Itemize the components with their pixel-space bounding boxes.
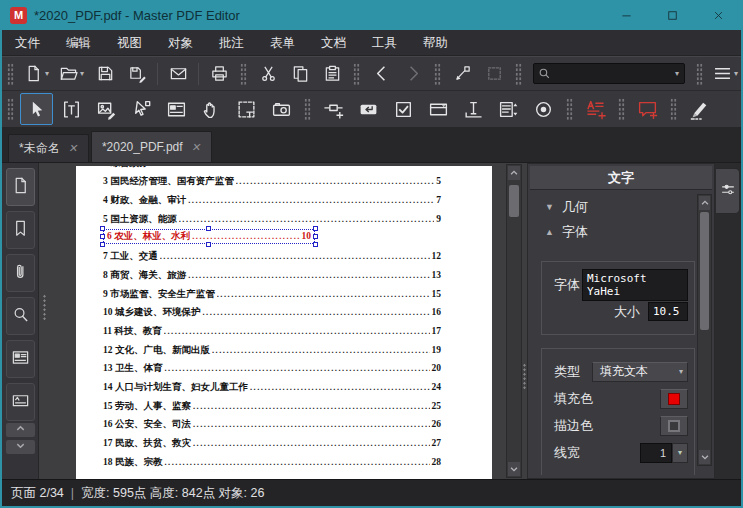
title-bar[interactable]: M *2020_PDF.pdf - Master PDF Editor <box>2 0 741 30</box>
page-thumbnails-button[interactable] <box>6 168 35 206</box>
toolbar-grip[interactable] <box>618 98 625 120</box>
toc-entry[interactable]: 15 劳动、人事、监察.............................… <box>103 397 441 416</box>
paste-button[interactable] <box>317 60 347 88</box>
search-panel-button[interactable] <box>6 297 35 335</box>
line-width-input[interactable]: 1 <box>640 443 672 463</box>
deselect-button[interactable] <box>479 60 509 88</box>
selection-handle[interactable] <box>313 242 318 247</box>
menu-item[interactable]: 批注 <box>206 30 257 55</box>
form-fields-button[interactable] <box>6 340 35 378</box>
menu-item[interactable]: 对象 <box>155 30 206 55</box>
bookmarks-button[interactable] <box>6 211 35 249</box>
new-document-button[interactable]: ▾ <box>20 60 53 88</box>
screenshot-button[interactable] <box>265 93 298 125</box>
tab-close-icon[interactable]: ✕ <box>67 142 79 155</box>
toc-entry[interactable]: 12 文化、广电、新闻出版...........................… <box>103 341 441 360</box>
document-view[interactable]: 2 综合政务..................................… <box>39 163 525 479</box>
toolbar-grip[interactable] <box>696 63 703 85</box>
menu-item[interactable]: 帮助 <box>410 30 461 55</box>
toc-entry[interactable]: 2 综合政务..................................… <box>103 166 441 173</box>
selection-handle[interactable] <box>313 226 318 231</box>
nav-back-button[interactable] <box>366 60 396 88</box>
toolbar-grip[interactable] <box>515 63 522 85</box>
open-folder-button[interactable]: ▾ <box>55 60 88 88</box>
selection-handle[interactable] <box>100 226 105 231</box>
toc-entry[interactable]: 6 农业、林业、水利..............................… <box>103 229 441 248</box>
listbox-field-button[interactable] <box>492 93 525 125</box>
enter-key-button[interactable] <box>352 93 385 125</box>
select-tool-button[interactable] <box>20 93 53 125</box>
type-select[interactable]: 填充文本 ▾ <box>592 362 688 382</box>
toc-entry[interactable]: 10 城乡建设、环境保护............................… <box>103 304 441 323</box>
search-input[interactable] <box>554 68 670 80</box>
save-button[interactable] <box>90 60 120 88</box>
form-properties-button[interactable] <box>160 93 193 125</box>
add-comment-button[interactable] <box>631 93 664 125</box>
print-button[interactable] <box>204 60 234 88</box>
menu-item[interactable]: 工具 <box>359 30 410 55</box>
menu-item[interactable]: 文档 <box>308 30 359 55</box>
spinner-dropdown-button[interactable]: ▾ <box>672 443 688 463</box>
document-tab[interactable]: *未命名✕ <box>8 134 89 162</box>
stroke-color-button[interactable] <box>660 416 688 436</box>
toc-entry[interactable]: 7 工业、交通.................................… <box>103 247 441 266</box>
toc-entry[interactable]: 8 商贸、海关、旅游..............................… <box>103 266 441 285</box>
search-box[interactable]: ▾ <box>533 63 685 84</box>
toc-entry[interactable]: 3 国民经济管理、国有资产监管.........................… <box>103 173 441 192</box>
toc-entry[interactable]: 4 财政、金融、审计..............................… <box>103 191 441 210</box>
main-menu-button[interactable]: ▾ <box>709 60 742 88</box>
scroll-down-button[interactable] <box>508 462 520 476</box>
panel-scrollbar-thumb[interactable] <box>700 212 709 330</box>
sidebar-splitter-handle[interactable] <box>42 294 47 320</box>
add-text-annotation-button[interactable] <box>579 93 612 125</box>
document-tab[interactable]: *2020_PDF.pdf✕ <box>91 131 212 162</box>
sidebar-scroll-up-button[interactable] <box>6 423 35 437</box>
maximize-button[interactable] <box>649 0 695 30</box>
tab-close-icon[interactable]: ✕ <box>190 141 202 154</box>
panel-scroll-down-button[interactable] <box>699 450 710 464</box>
selection-handle[interactable] <box>100 234 105 239</box>
toolbar-grip[interactable] <box>7 98 14 120</box>
search-dropdown-icon[interactable]: ▾ <box>675 69 679 78</box>
toc-entry[interactable]: 11 科技、教育................................… <box>103 322 441 341</box>
toolbar-grip[interactable] <box>353 63 360 85</box>
menu-item[interactable]: 文件 <box>2 30 53 55</box>
toc-entry[interactable]: 17 民政、扶贫、救灾.............................… <box>103 434 441 453</box>
panel-scrollbar[interactable] <box>697 194 712 466</box>
selection-handle[interactable] <box>100 242 105 247</box>
selection-handle[interactable] <box>206 242 211 247</box>
menu-item[interactable]: 视图 <box>104 30 155 55</box>
properties-panel-tab[interactable] <box>716 168 740 214</box>
panel-scroll-up-button[interactable] <box>699 196 710 210</box>
toc-entry[interactable]: 18 民族、宗教................................… <box>103 453 441 472</box>
toc-entry[interactable]: 14 人口与计划生育、妇女儿童工作.......................… <box>103 378 441 397</box>
edit-image-button[interactable] <box>90 93 123 125</box>
scroll-up-button[interactable] <box>508 166 520 180</box>
font-size-input[interactable]: 10.5 <box>648 302 688 321</box>
toolbar-grip[interactable] <box>7 63 14 85</box>
save-as-button[interactable] <box>122 60 152 88</box>
checkbox-field-button[interactable] <box>387 93 420 125</box>
send-email-button[interactable] <box>163 60 193 88</box>
toolbar-grip[interactable] <box>566 98 573 120</box>
scrollbar-thumb[interactable] <box>509 185 519 217</box>
combobox-field-button[interactable] <box>422 93 455 125</box>
pdf-page[interactable]: 2 综合政务..................................… <box>76 166 492 479</box>
edit-path-button[interactable] <box>125 93 158 125</box>
fill-color-button[interactable] <box>660 389 688 409</box>
toc-entry[interactable]: 16 公安、安全、司法.............................… <box>103 416 441 435</box>
minimize-button[interactable] <box>603 0 649 30</box>
text-field-button[interactable] <box>457 93 490 125</box>
selected-text-object[interactable]: 6 农业、林业、水利..............................… <box>103 229 315 244</box>
selection-handle[interactable] <box>206 226 211 231</box>
toolbar-grip[interactable] <box>670 98 677 120</box>
highlighter-button[interactable] <box>683 93 716 125</box>
font-name-input[interactable]: Microsoft YaHei <box>582 269 688 301</box>
nav-forward-button[interactable] <box>398 60 428 88</box>
cut-button[interactable] <box>253 60 283 88</box>
section-geometry[interactable]: ▼ 几何 <box>531 194 695 219</box>
close-button[interactable] <box>695 0 741 30</box>
menu-item[interactable]: 编辑 <box>53 30 104 55</box>
toolbar-grip[interactable] <box>434 63 441 85</box>
toc-entry[interactable]: 9 市场监管、安全生产监管...........................… <box>103 285 441 304</box>
